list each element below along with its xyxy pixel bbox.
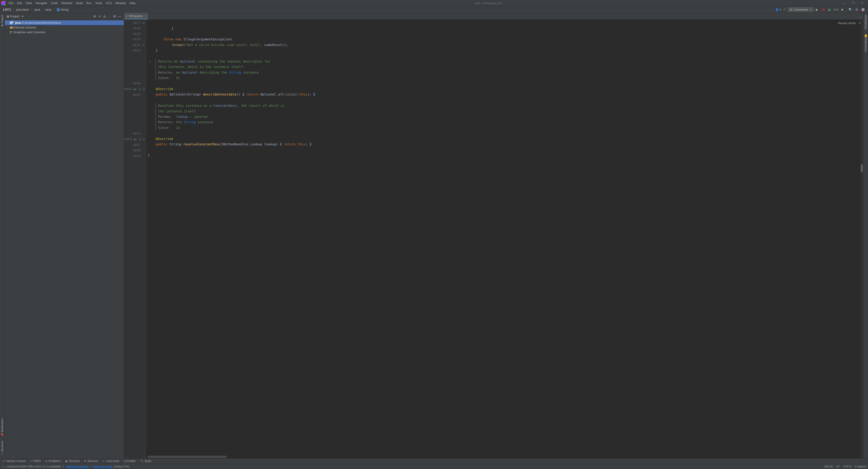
- project-tree[interactable]: 〉 java D:\projects\java\ittimeline\java …: [5, 20, 124, 35]
- scratch-icon: ◩: [10, 30, 12, 34]
- app-logo-icon: [1, 1, 5, 5]
- toolwindow-terminal[interactable]: ▣Terminal: [65, 460, 79, 463]
- library-icon: ▮▮▮: [10, 26, 12, 29]
- editor-tabbar: c String.java × ⋮: [124, 13, 863, 20]
- breadcrumb-item[interactable]: java.base: [15, 8, 30, 11]
- project-pane-header: ▣ Project ▼ ⊕ ≡ ⇊ | ⚙ —: [5, 13, 124, 20]
- menu-vcs[interactable]: VCS: [104, 1, 114, 5]
- toolwindow-services[interactable]: ✲Services: [84, 460, 98, 463]
- chevron-down-icon[interactable]: ▼: [21, 15, 24, 18]
- breadcrumb-item[interactable]: java: [33, 8, 41, 11]
- window-minimize-button[interactable]: —: [840, 1, 848, 5]
- toolwindow-notifications-tab[interactable]: 🔔Notifications: [864, 34, 867, 52]
- status-bar: ▢ Localized IntelliJ IDEA 2022.3.1 is av…: [0, 464, 868, 469]
- gutter[interactable]: 4627 ⊟ 4628 4629 4630 4631 ⊖ 4632 4640 4…: [124, 20, 146, 458]
- editor-tabs-menu-icon[interactable]: ⋮: [858, 16, 863, 20]
- editor-area: c String.java × ⋮ Reader Mode ✔ 4627 ⊟ 4…: [124, 13, 863, 458]
- status-link-restart[interactable]: Switch and restart: [66, 465, 88, 468]
- settings-button[interactable]: ⚙: [854, 7, 860, 13]
- toolwindow-bookmarks-tab[interactable]: 🔖Bookmarks: [1, 419, 4, 436]
- menubar: File Edit View Navigate Code Refactor Bu…: [0, 0, 868, 6]
- minimize-pane-icon[interactable]: —: [117, 14, 122, 18]
- breadcrumb-item[interactable]: lang: [44, 8, 53, 11]
- ide-logo-icon[interactable]: [860, 7, 866, 13]
- vertical-scrollbar[interactable]: [861, 20, 863, 458]
- line-separator[interactable]: LF: [836, 465, 840, 468]
- tree-row-scratches[interactable]: ◩ Scratches and Consoles: [5, 30, 124, 35]
- window-maximize-button[interactable]: ❐: [848, 1, 858, 5]
- edit-doc-icon[interactable]: ✎: [149, 59, 151, 64]
- indent-setting[interactable]: 4 spaces: [855, 465, 866, 468]
- breadcrumb-root[interactable]: [JRT]: [3, 8, 11, 11]
- code-area[interactable]: } throw new IllegalArgumentException( fo…: [146, 20, 861, 458]
- collapse-all-icon[interactable]: ⇊: [102, 14, 107, 18]
- tree-expand-arrow[interactable]: 〉: [6, 21, 9, 24]
- toolwindow-todo[interactable]: ≡TODO: [30, 460, 41, 463]
- class-icon: c: [57, 8, 60, 11]
- toolwindow-structure-tab[interactable]: ⬚Structure: [1, 441, 4, 456]
- menu-tools[interactable]: Tools: [94, 1, 104, 5]
- toolwindow-build[interactable]: 🔨Build: [140, 460, 151, 463]
- menu-run[interactable]: Run: [85, 1, 94, 5]
- main-toolbar: [JRT]〉 java.base〉 java〉 lang〉 cString 👤▼…: [0, 6, 868, 13]
- run-button[interactable]: ▶: [814, 7, 820, 13]
- breadcrumb-item[interactable]: cString: [55, 8, 70, 11]
- stop-button[interactable]: ■: [839, 7, 845, 13]
- inspection-icon: ▤: [789, 8, 792, 11]
- window-title: java - String.java [17]: [475, 2, 501, 5]
- status-menu-icon[interactable]: ▢: [2, 465, 4, 468]
- locate-icon[interactable]: ⊕: [92, 14, 97, 18]
- bottom-toolwindow-bar: ⎇Version Control ≡TODO ⊘Problems ▣Termin…: [0, 458, 868, 464]
- right-tool-rail: 🗄Database 🔔Notifications: [863, 13, 868, 458]
- breadcrumb[interactable]: [JRT]〉 java.base〉 java〉 lang〉 cString: [2, 8, 70, 12]
- tree-row-root[interactable]: 〉 java D:\projects\java\ittimeline\java: [5, 20, 124, 25]
- menu-view[interactable]: View: [24, 1, 34, 5]
- toolwindow-database-tab[interactable]: 🗄Database: [864, 15, 867, 29]
- toolwindow-vcs[interactable]: ⎇Version Control: [2, 460, 25, 463]
- menu-build[interactable]: Build: [74, 1, 85, 5]
- undo-nav-icon[interactable]: ↶: [781, 7, 787, 13]
- profile-button[interactable]: ◔▼: [833, 7, 839, 13]
- debug-button[interactable]: 🐞: [820, 7, 826, 13]
- file-encoding[interactable]: UTF-8: [843, 465, 851, 468]
- tree-expand-arrow[interactable]: 〉: [6, 26, 9, 29]
- left-tool-rail: ■Project 🔖Bookmarks ⬚Structure: [0, 13, 5, 458]
- coverage-button[interactable]: ◧: [827, 7, 833, 13]
- caret-position[interactable]: 140:20: [824, 465, 833, 468]
- menu-code[interactable]: Code: [49, 1, 60, 5]
- menu-edit[interactable]: Edit: [15, 1, 24, 5]
- menu-refactor[interactable]: Refactor: [60, 1, 74, 5]
- tree-row-ext-libs[interactable]: 〉 ▮▮▮ External Libraries: [5, 25, 124, 30]
- toolwindow-problems[interactable]: ⊘Problems: [45, 460, 61, 463]
- menu-window[interactable]: Window: [114, 1, 128, 5]
- expand-all-icon[interactable]: ≡: [97, 14, 102, 18]
- menu-navigate[interactable]: Navigate: [34, 1, 49, 5]
- search-button[interactable]: 🔍: [847, 7, 853, 13]
- class-icon: c: [126, 14, 127, 18]
- close-tab-icon[interactable]: ×: [144, 14, 146, 18]
- status-link-dontask[interactable]: Don't ask again: [93, 465, 113, 468]
- project-tool-window: ▣ Project ▼ ⊕ ≡ ⇊ | ⚙ — 〉 java D:\projec…: [5, 13, 124, 458]
- gear-icon[interactable]: ⚙: [112, 14, 117, 18]
- menu-file[interactable]: File: [7, 1, 15, 5]
- menu-help[interactable]: Help: [128, 1, 137, 5]
- add-user-icon[interactable]: 👤▼: [775, 7, 781, 13]
- horizontal-scrollbar[interactable]: [148, 456, 227, 458]
- project-view-icon: ▣: [6, 15, 9, 18]
- divider: |: [107, 14, 112, 18]
- window-close-button[interactable]: ✕: [858, 1, 867, 5]
- inspection-profile-select[interactable]: ▤ Comments▼: [787, 7, 814, 12]
- toolwindow-project-tab[interactable]: ■Project: [1, 15, 4, 27]
- toolwindow-profiler[interactable]: ◔Profiler: [124, 460, 136, 463]
- toolwindow-autobuild[interactable]: ⚠Auto-build: [102, 460, 119, 463]
- editor[interactable]: Reader Mode ✔ 4627 ⊟ 4628 4629 4630 4631…: [124, 20, 863, 458]
- status-message: Localized IntelliJ IDEA 2022.3.1 is avai…: [6, 465, 129, 468]
- project-pane-title[interactable]: Project: [10, 15, 19, 18]
- editor-tab-stringjava[interactable]: c String.java ×: [124, 13, 148, 20]
